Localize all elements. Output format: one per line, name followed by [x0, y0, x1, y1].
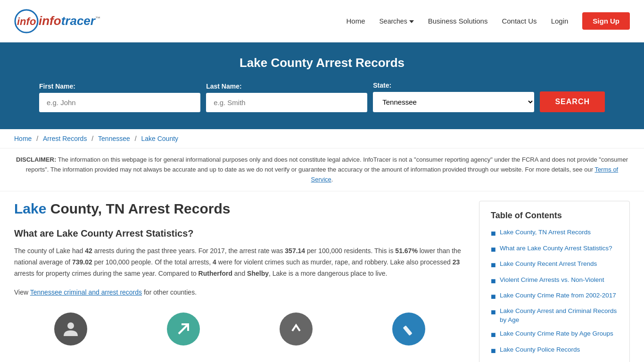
icon-item-2	[127, 308, 239, 350]
svg-point-2	[67, 322, 74, 329]
table-of-contents: Table of Contents ■Lake County, TN Arres…	[479, 201, 630, 362]
main-content: Lake County, TN Arrest Records What are …	[0, 191, 644, 362]
toc-bullet: ■	[491, 244, 496, 255]
paragraph2-pre: View	[14, 288, 30, 296]
toc-link-1[interactable]: What are Lake County Arrest Statistics?	[500, 244, 612, 253]
first-name-input[interactable]	[39, 93, 200, 112]
disclaimer-text: The information on this webpage is for g…	[26, 156, 628, 173]
breadcrumb-home[interactable]: Home	[14, 135, 32, 142]
view-more-paragraph: View Tennessee criminal and arrest recor…	[14, 287, 465, 298]
first-name-label: First Name:	[39, 82, 75, 90]
toc-item: ■Violent Crime Arrests vs. Non-Violent	[491, 276, 618, 287]
breadcrumb: Home / Arrest Records / Tennessee / Lake…	[0, 129, 644, 148]
toc-bullet: ■	[491, 307, 496, 318]
section-heading: What are Lake County Arrest Statistics?	[14, 228, 465, 239]
nav: Home Searches Business Solutions Contact…	[347, 12, 630, 30]
nav-business-solutions[interactable]: Business Solutions	[428, 17, 488, 25]
svg-rect-3	[403, 325, 412, 336]
state-label: State:	[373, 82, 391, 89]
login-button[interactable]: Login	[551, 17, 569, 25]
breadcrumb-lake-county[interactable]: Lake County	[141, 135, 178, 142]
header: info infotracer™ Home Searches Business …	[0, 0, 644, 42]
disclaimer-label: DISCLAIMER:	[16, 156, 56, 163]
toc-bullet: ■	[491, 260, 496, 271]
signup-button[interactable]: Sign Up	[582, 12, 630, 30]
disclaimer-bar: DISCLAIMER: The information on this webp…	[0, 148, 644, 191]
toc-link-2[interactable]: Lake County Recent Arrest Trends	[500, 260, 597, 269]
hero-title: Lake County Arrest Records	[19, 56, 625, 70]
toc-heading: Table of Contents	[491, 211, 618, 221]
toc-item: ■Lake County Recent Arrest Trends	[491, 260, 618, 271]
icons-row	[14, 308, 465, 350]
toc-link-3[interactable]: Violent Crime Arrests vs. Non-Violent	[500, 276, 604, 285]
search-button[interactable]: SEARCH	[540, 91, 605, 112]
logo-tracer-text: infotracer™	[39, 14, 100, 28]
toc-bullet: ■	[491, 276, 496, 287]
toc-list: ■Lake County, TN Arrest Records■What are…	[491, 228, 618, 362]
last-name-input[interactable]	[206, 93, 367, 112]
toc-link-7[interactable]: Lake County Police Records	[500, 346, 580, 354]
nav-searches[interactable]: Searches	[380, 17, 414, 25]
main-title: Lake County, TN Arrest Records	[14, 201, 465, 217]
toc-bullet: ■	[491, 329, 496, 340]
toc-bullet: ■	[491, 291, 496, 302]
toc-item: ■Lake County Crime Rate from 2002-2017	[491, 291, 618, 302]
toc-item: ■Lake County Police Records	[491, 346, 618, 356]
toc-bullet: ■	[491, 346, 496, 356]
toc-item: ■Lake County Crime Rate by Age Groups	[491, 329, 618, 340]
toc-link-5[interactable]: Lake County Arrest and Criminal Records …	[500, 307, 618, 325]
state-group: State: Tennessee Alabama Alaska Arizona …	[373, 82, 534, 112]
toc-item: ■Lake County Arrest and Criminal Records…	[491, 307, 618, 325]
toc-bullet: ■	[491, 228, 496, 239]
nav-home[interactable]: Home	[347, 17, 365, 25]
toc-link-6[interactable]: Lake County Crime Rate by Age Groups	[500, 329, 613, 338]
breadcrumb-arrest-records[interactable]: Arrest Records	[43, 135, 87, 142]
last-name-label: Last Name:	[206, 82, 241, 90]
icon-4	[392, 313, 425, 346]
icon-1	[54, 313, 87, 346]
icon-item-1	[14, 308, 127, 350]
icon-3	[280, 313, 313, 346]
chevron-down-icon	[409, 20, 414, 23]
search-form: First Name: Last Name: State: Tennessee …	[39, 82, 605, 112]
first-name-group: First Name:	[39, 82, 200, 112]
icon-2	[167, 313, 200, 346]
icon-item-4	[352, 308, 465, 350]
last-name-group: Last Name:	[206, 82, 367, 112]
breadcrumb-sep-1: /	[36, 135, 40, 142]
scroll-up-icon	[288, 321, 305, 337]
person-icon	[62, 320, 80, 338]
nav-contact-us[interactable]: Contact Us	[502, 17, 537, 25]
toc-item: ■Lake County, TN Arrest Records	[491, 228, 618, 239]
content-right: Table of Contents ■Lake County, TN Arres…	[479, 201, 630, 362]
toc-link-4[interactable]: Lake County Crime Rate from 2002-2017	[500, 291, 616, 300]
title-lake: Lake	[14, 201, 46, 216]
breadcrumb-sep-2: /	[91, 135, 95, 142]
svg-text:info: info	[17, 16, 36, 27]
hero-section: Lake County Arrest Records First Name: L…	[0, 42, 644, 129]
tn-records-link[interactable]: Tennessee criminal and arrest records	[30, 288, 142, 296]
pencil-icon	[400, 321, 417, 337]
logo: info infotracer™	[14, 9, 100, 33]
paragraph2-post: for other counties.	[142, 288, 197, 296]
content-left: Lake County, TN Arrest Records What are …	[14, 201, 479, 362]
arrow-up-icon	[175, 321, 192, 337]
toc-link-0[interactable]: Lake County, TN Arrest Records	[500, 228, 591, 237]
title-rest: County, TN Arrest Records	[46, 201, 230, 216]
icon-item-3	[239, 308, 352, 350]
breadcrumb-sep-3: /	[135, 135, 139, 142]
logo-icon: info	[14, 9, 39, 33]
state-select[interactable]: Tennessee Alabama Alaska Arizona Arkansa…	[373, 92, 534, 112]
toc-item: ■What are Lake County Arrest Statistics?	[491, 244, 618, 255]
stats-paragraph: The county of Lake had 42 arrests during…	[14, 246, 465, 279]
breadcrumb-tennessee[interactable]: Tennessee	[98, 135, 130, 142]
